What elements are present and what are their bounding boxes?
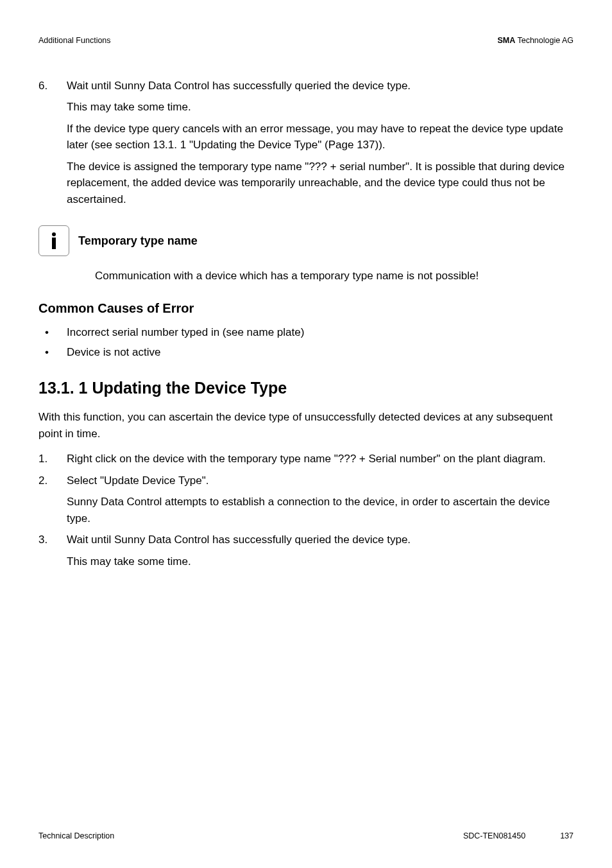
bullet-icon: • [38,344,67,361]
info-title: Temporary type name [78,232,198,250]
step-number: 6. [38,78,67,94]
step-text: Wait until Sunny Data Control has succes… [67,532,574,548]
header-company: Technologie AG [515,36,574,45]
bullet-icon: • [38,324,67,341]
step-6: 6. Wait until Sunny Data Control has suc… [38,78,574,94]
info-body: Communication with a device which has a … [95,268,574,284]
step-6-note-3: The device is assigned the temporary typ… [67,159,574,208]
footer-right: SDC-TEN081450 137 [463,830,574,842]
step-text: Wait until Sunny Data Control has succes… [67,78,574,94]
section-step-2-sub: Sunny Data Control attempts to establish… [67,494,574,526]
list-item-text: Device is not active [67,344,160,361]
footer-left: Technical Description [38,830,114,842]
list-item-text: Incorrect serial number typed in (see na… [67,324,304,341]
step-number: 2. [38,473,67,489]
header-left: Additional Functions [38,35,111,47]
section-step-3: 3. Wait until Sunny Data Control has suc… [38,532,574,548]
page-header: Additional Functions SMA Technologie AG [38,35,574,47]
header-right: SMA Technologie AG [497,35,574,47]
step-6-note-1: This may take some time. [67,99,574,116]
causes-list: •Incorrect serial number typed in (see n… [38,324,574,361]
step-text: Right click on the device with the tempo… [67,451,574,467]
page-footer: Technical Description SDC-TEN081450 137 [38,830,574,842]
section-heading: 13.1. 1 Updating the Device Type [38,376,574,401]
step-number: 1. [38,451,67,467]
list-item: •Incorrect serial number typed in (see n… [38,324,574,341]
footer-page-number: 137 [560,830,574,842]
step-6-note-2: If the device type query cancels with an… [67,121,574,153]
header-brand: SMA [497,36,515,45]
step-text: Select "Update Device Type". [67,473,574,489]
section-step-2: 2. Select "Update Device Type". [38,473,574,489]
footer-doc-id: SDC-TEN081450 [463,830,525,842]
info-icon [38,225,69,256]
causes-heading: Common Causes of Error [38,299,574,318]
info-callout: Temporary type name [38,225,574,256]
step-number: 3. [38,532,67,548]
section-step-1: 1. Right click on the device with the te… [38,451,574,467]
section-intro: With this function, you can ascertain th… [38,409,574,442]
list-item: •Device is not active [38,344,574,361]
section-step-3-sub: This may take some time. [67,553,574,570]
